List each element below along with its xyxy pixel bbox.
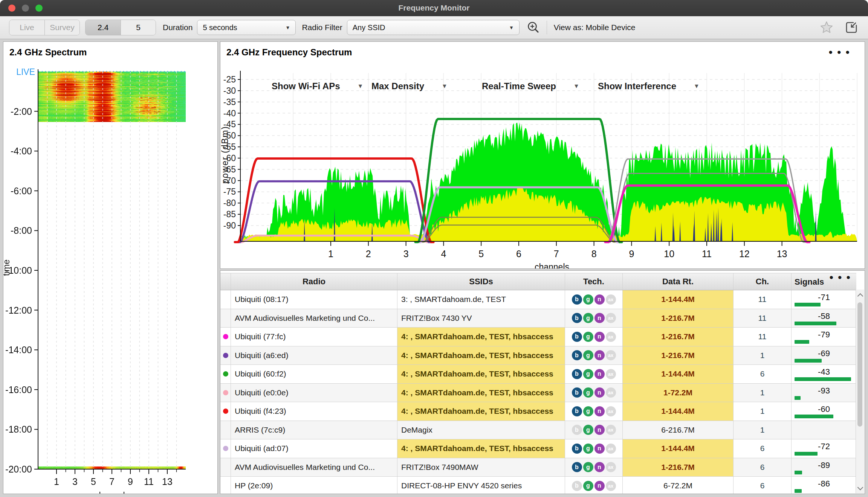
chevron-down-icon: ▼	[358, 83, 364, 90]
favorite-star-icon[interactable]	[819, 20, 834, 35]
channel-cell: 6	[734, 439, 792, 458]
radio-cell: Ubiquiti (60:f2)	[231, 365, 397, 383]
svg-text:8: 8	[591, 248, 597, 259]
column-header-Data Rt.[interactable]: Data Rt.	[623, 273, 734, 290]
svg-text:9: 9	[629, 248, 634, 259]
ap-color-cell	[220, 421, 231, 439]
channel-cell: 1	[734, 384, 792, 402]
live-tab[interactable]: Live	[9, 20, 44, 35]
column-header-Radio[interactable]: Radio	[231, 273, 397, 290]
chevron-down-icon: ▼	[442, 83, 448, 90]
svg-text:-35: -35	[223, 97, 236, 107]
radio-cell: Ubiquiti (e0:0e)	[231, 384, 397, 402]
table-row[interactable]: AVM Audiovisuelles Marketing und Co...FR…	[220, 458, 856, 477]
band-2-4-tab[interactable]: 2.4	[86, 20, 121, 35]
ap-color-cell	[220, 458, 231, 477]
scrollbar-thumb[interactable]	[857, 302, 862, 427]
signal-value: -71	[795, 293, 853, 302]
radio-cell: AVM Audiovisuelles Marketing und Co...	[231, 458, 397, 477]
scroll-up-icon[interactable]	[857, 293, 863, 299]
channel-cell: 11	[734, 309, 792, 328]
table-row[interactable]: Ubiquiti (08:17)3: , SMARTdahoam.de, TES…	[220, 290, 856, 309]
dropdown-label: Show Wi-Fi APs	[272, 81, 340, 91]
radio-filter-select[interactable]: Any SSID ▼	[347, 20, 520, 35]
tech-badge-n: n	[594, 481, 605, 491]
table-row[interactable]: HP (2e:09)DIRECT-08-HP ENVY 4520 seriesb…	[220, 477, 856, 494]
table-row[interactable]: ARRIS (7c:c9)DeMagixbgnax6-216.7M1	[220, 421, 856, 440]
table-more-options-icon[interactable]: •••	[829, 274, 855, 281]
chevron-down-icon: ▼	[281, 25, 290, 30]
ap-color-dot	[223, 409, 228, 414]
svg-text:10: 10	[664, 248, 674, 259]
data-rate-cell: 1-144.4M	[623, 365, 734, 383]
table-row[interactable]: Ubiquiti (ad:07)4: , SMARTdahoam.de, TES…	[220, 439, 856, 458]
table-row[interactable]: Ubiquiti (a6:ed)4: , SMARTdahoam.de, TES…	[220, 346, 856, 365]
channel-cell: 1	[734, 346, 792, 365]
signal-value: -60	[795, 405, 853, 414]
data-rate-cell: 1-144.4M	[623, 402, 734, 421]
channel-cell: 6	[734, 477, 792, 494]
scroll-down-icon[interactable]	[857, 485, 863, 491]
dropdown-max-density[interactable]: Max Density▼	[371, 79, 448, 93]
channel-cell: 1	[734, 402, 792, 421]
svg-text:time: time	[3, 259, 11, 276]
radio-filter-label: Radio Filter	[302, 23, 342, 32]
table-row[interactable]: Ubiquiti (60:f2)4: , SMARTdahoam.de, TES…	[220, 365, 856, 384]
svg-text:1: 1	[54, 476, 59, 487]
tech-badge-b: b	[572, 332, 582, 342]
duration-select[interactable]: 5 seconds ▼	[197, 20, 296, 35]
column-header-Ch.[interactable]: Ch.	[734, 273, 792, 290]
svg-text:3: 3	[403, 248, 409, 259]
svg-text:-2:00: -2:00	[11, 106, 32, 117]
svg-text:-85: -85	[223, 209, 236, 219]
column-header-Tech.[interactable]: Tech.	[565, 273, 623, 290]
channel-cell: 11	[734, 290, 792, 309]
column-header-SSIDs[interactable]: SSIDs	[397, 273, 565, 290]
waterfall-panel: 2.4 GHz Spectrum -2:00-4:00-6:00-8:00-10…	[3, 41, 218, 494]
ssid-cell: DIRECT-08-HP ENVY 4520 series	[397, 477, 565, 494]
signal-bar	[795, 377, 851, 381]
svg-text:-25: -25	[223, 75, 236, 84]
signal-cell: -58	[792, 309, 856, 328]
radio-cell: ARRIS (7c:c9)	[231, 421, 397, 439]
signal-bar	[795, 303, 821, 306]
zoom-in-icon[interactable]	[526, 20, 541, 35]
svg-text:-8:00: -8:00	[11, 225, 32, 236]
tech-cell: bgnax	[565, 346, 623, 365]
svg-text:5: 5	[478, 248, 484, 259]
tech-badge-b: b	[572, 369, 582, 379]
svg-text:-30: -30	[223, 86, 236, 96]
dropdown-label: Max Density	[371, 81, 424, 91]
tech-cell: bgnax	[565, 402, 623, 421]
radio-cell: Ubiquiti (f4:23)	[231, 402, 397, 421]
svg-text:7: 7	[554, 248, 559, 259]
radio-cell: HP (2e:09)	[231, 477, 397, 494]
column-header-dot[interactable]	[220, 273, 231, 290]
radio-cell: Ubiquiti (08:17)	[231, 290, 397, 309]
table-row[interactable]: Ubiquiti (e0:0e)4: , SMARTdahoam.de, TES…	[220, 384, 856, 402]
toolbar: Live Survey 2.4 5 Duration 5 seconds ▼ R…	[0, 16, 868, 39]
ssid-cell: 4: , SMARTdahoam.de, TEST, hbsaccess	[397, 328, 565, 346]
band-5-tab[interactable]: 5	[121, 20, 156, 35]
svg-text:-12:00: -12:00	[5, 305, 32, 316]
channel-cell: 11	[734, 328, 792, 346]
table-row[interactable]: Ubiquiti (f4:23)4: , SMARTdahoam.de, TES…	[220, 402, 856, 421]
chevron-down-icon: ▼	[504, 25, 514, 30]
export-pop-in-icon[interactable]	[844, 20, 859, 35]
signal-cell	[792, 421, 856, 439]
tech-badge-n: n	[594, 425, 605, 435]
tech-badge-b: b	[572, 350, 582, 360]
mode-segmented-control: Live Survey	[9, 20, 80, 35]
dropdown-realtime-sweep[interactable]: Real-Time Sweep▼	[482, 79, 579, 93]
survey-tab[interactable]: Survey	[44, 20, 79, 35]
svg-text:channels: channels	[535, 262, 569, 268]
table-row[interactable]: AVM Audiovisuelles Marketing und Co...FR…	[220, 309, 856, 328]
dropdown-show-wifi-aps[interactable]: Show Wi-Fi APs▼	[272, 79, 363, 93]
tech-badge-g: g	[583, 332, 593, 342]
table-row[interactable]: Ubiquiti (77:fc)4: , SMARTdahoam.de, TES…	[220, 328, 856, 346]
dropdown-show-interference[interactable]: Show Interference▼	[598, 79, 700, 93]
ap-color-cell	[220, 328, 231, 346]
tech-badge-ax: ax	[606, 332, 616, 342]
table-scrollbar[interactable]	[856, 290, 864, 493]
signal-value: -89	[795, 461, 853, 470]
